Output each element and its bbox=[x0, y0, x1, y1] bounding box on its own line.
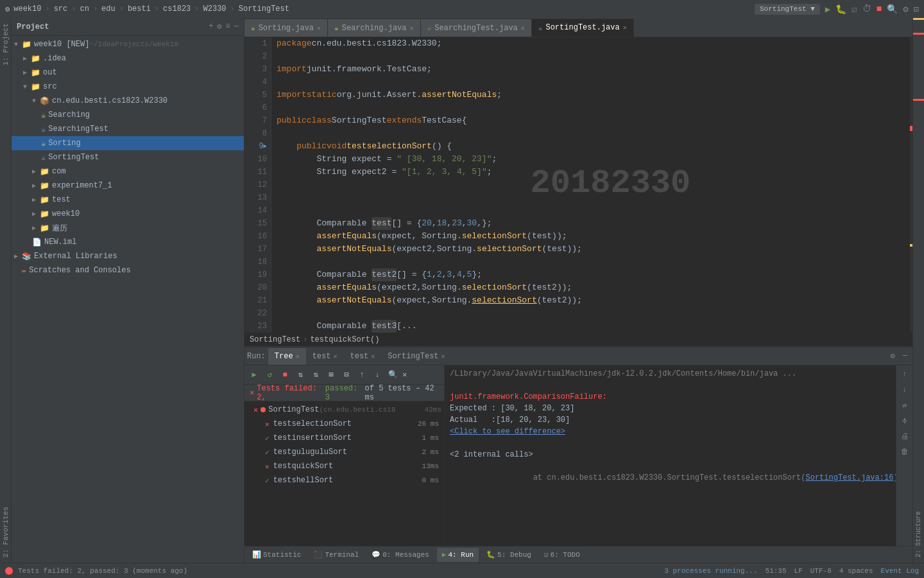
console-output[interactable]: /Library/Java/JavaVirtualMachines/jdk-12… bbox=[445, 365, 896, 546]
sort-duration-btn[interactable]: ⇅ bbox=[309, 368, 323, 382]
tree-item-package[interactable]: ▼ 📦 cn.edu.besti.cs1823.W2330 bbox=[12, 94, 244, 108]
test-class-sortingtest[interactable]: ✕ SortingTest (cn.edu.besti.cs18 42ms bbox=[244, 403, 444, 417]
coverage-button[interactable]: ☑ bbox=[851, 4, 857, 15]
tree-item-week10[interactable]: ▼ 📁 week10 [NEW] ~/IdeaProjects/week10 bbox=[12, 37, 244, 51]
tab-close-searchingtest[interactable]: ✕ bbox=[521, 24, 525, 32]
tool-statistic[interactable]: 📊 Statistic bbox=[247, 548, 306, 562]
run-config-selector[interactable]: SortingTest ▼ bbox=[755, 4, 820, 15]
code-line-11: String expect2 = "[1, 2, 3, 4, 5]"; bbox=[277, 166, 907, 179]
tool-run[interactable]: ▶ 4: Run bbox=[437, 548, 479, 562]
search-button[interactable]: 🔍 bbox=[887, 4, 898, 15]
tree-item-searching[interactable]: ☕ Searching bbox=[12, 108, 244, 122]
console-click-diff[interactable]: <Click to see difference> bbox=[450, 426, 891, 437]
tab-sortingtest-java[interactable]: ☕ SortingTest.java ✕ bbox=[532, 19, 634, 37]
structure-label[interactable]: 2: Structure bbox=[914, 506, 923, 563]
run-button[interactable]: ▶ bbox=[825, 4, 830, 15]
tree-item-week10-sub[interactable]: ▶ 📁 week10 bbox=[12, 207, 244, 221]
panel-up-btn[interactable]: ↑ bbox=[898, 368, 911, 381]
stop-btn[interactable]: ■ bbox=[278, 368, 292, 382]
tree-item-idea[interactable]: ▶ 📁 .idea bbox=[12, 51, 244, 66]
tab-sorting-java[interactable]: ☕ Sorting.java ✕ bbox=[244, 19, 328, 37]
tests-total-text: of 5 tests – 42 ms bbox=[365, 384, 439, 402]
panel-settings-btn[interactable]: ⚙ bbox=[888, 350, 898, 362]
event-log[interactable]: Event Log bbox=[881, 567, 919, 575]
tab-searchingtest-java[interactable]: ☕ SearchingTest.java ✕ bbox=[421, 19, 532, 37]
tab-test2-close[interactable]: ✕ bbox=[371, 353, 375, 360]
panel-diff-btn[interactable]: ≑ bbox=[898, 414, 911, 427]
tab-searching-java[interactable]: ☕ Searching.java ✕ bbox=[328, 19, 420, 37]
tab-close-sorting[interactable]: ✕ bbox=[317, 24, 321, 32]
stop-button[interactable]: ■ bbox=[877, 4, 882, 15]
tree-item-newiml[interactable]: 📄 NEW.iml bbox=[12, 235, 244, 249]
collapse-btn[interactable]: ⊟ bbox=[339, 368, 354, 382]
debug-button[interactable]: 🐛 bbox=[835, 4, 846, 15]
encoding[interactable]: UTF-8 bbox=[810, 567, 832, 575]
test-item-quickSort[interactable]: ✕ testquickSort 13ms bbox=[244, 459, 444, 473]
panel-down-btn[interactable]: ↓ bbox=[898, 383, 911, 396]
console-path-line: /Library/Java/JavaVirtualMachines/jdk-12… bbox=[450, 368, 891, 380]
settings-button[interactable]: ⚙ bbox=[903, 4, 908, 15]
test-item-shellSort[interactable]: ✓ testshellSort 0 ms bbox=[244, 473, 444, 487]
tree-item-com[interactable]: ▶ 📁 com bbox=[12, 164, 244, 179]
tree-item-exp71[interactable]: ▶ 📁 experiment7_1 bbox=[12, 179, 244, 193]
statistic-icon: 📊 bbox=[252, 550, 261, 559]
favorites-label[interactable]: 2: Favorites bbox=[1, 502, 11, 563]
rerun-failed-btn[interactable]: ↺ bbox=[262, 368, 277, 382]
rerun-btn[interactable]: ▶ bbox=[247, 368, 261, 382]
tree-item-sorting[interactable]: ☕ Sorting bbox=[12, 136, 244, 150]
fail-filter-btn[interactable]: ✕ bbox=[402, 370, 407, 380]
left-strip-label[interactable]: 1: Project bbox=[1, 18, 11, 71]
processes-running[interactable]: 3 processes running... bbox=[664, 567, 757, 575]
panel-header-controls: ⚙ — bbox=[888, 350, 910, 362]
test-item-guluguluSort[interactable]: ✓ testguluguluSort 2 ms bbox=[244, 445, 444, 459]
tree-item-sortingtest[interactable]: ☕ SortingTest bbox=[12, 150, 244, 164]
search-test-btn[interactable]: 🔍 bbox=[386, 368, 400, 382]
tree-item-luli[interactable]: ▶ 📁 遍历 bbox=[12, 221, 244, 235]
add-content-root-icon[interactable]: + bbox=[209, 22, 213, 31]
code-line-13 bbox=[277, 191, 907, 204]
gear-icon[interactable]: ⚙ bbox=[217, 22, 221, 31]
tool-debug[interactable]: 🐛 5: Debug bbox=[481, 548, 536, 562]
sort-alpha-btn[interactable]: ⇅ bbox=[293, 368, 307, 382]
profile-button[interactable]: ⏱ bbox=[862, 4, 871, 15]
panel-close-btn[interactable]: — bbox=[900, 350, 910, 362]
run-icon: ▶ bbox=[442, 550, 447, 559]
panel-clear-btn[interactable]: 🗑 bbox=[898, 445, 911, 458]
terminal-label: Terminal bbox=[325, 551, 359, 559]
test-item-insertionSort[interactable]: ✓ testinsertionSort 1 ms bbox=[244, 431, 444, 445]
tool-todo[interactable]: ☑ 6: TODO bbox=[539, 548, 585, 562]
tree-item-extlibs[interactable]: ▶ 📚 External Libraries bbox=[12, 249, 244, 263]
close-panel-icon[interactable]: — bbox=[234, 22, 239, 31]
tree-item-searchingtest[interactable]: ☕ SearchingTest bbox=[12, 122, 244, 136]
tab-sortingtest-run[interactable]: SortingTest ✕ bbox=[381, 348, 451, 365]
breadcrumb-method[interactable]: testquickSort() bbox=[310, 335, 379, 344]
tab-close-sortingtest[interactable]: ✕ bbox=[623, 24, 627, 31]
line-num-9: 9 ▶ bbox=[259, 140, 267, 153]
tab-tree-close[interactable]: ✕ bbox=[296, 353, 300, 360]
tab-test1[interactable]: test ✕ bbox=[306, 348, 344, 365]
tool-messages[interactable]: 💬 0: Messages bbox=[366, 548, 434, 562]
indent[interactable]: 4 spaces bbox=[839, 567, 873, 575]
line-ending[interactable]: LF bbox=[794, 567, 803, 575]
tab-close-searching[interactable]: ✕ bbox=[410, 24, 414, 32]
tab-test1-close[interactable]: ✕ bbox=[333, 353, 337, 360]
tree-item-src[interactable]: ▼ 📁 src bbox=[12, 80, 244, 94]
tree-item-test-folder[interactable]: ▶ 📁 test bbox=[12, 193, 244, 207]
maximize-button[interactable]: ⊡ bbox=[914, 4, 919, 15]
tool-terminal[interactable]: ⬛ Terminal bbox=[309, 548, 364, 562]
tree-item-scratches[interactable]: ▶ ✏ Scratches and Consoles bbox=[12, 263, 244, 277]
test-item-selectionSort[interactable]: ✕ testselectionSort 26 ms bbox=[244, 417, 444, 431]
panel-wrap-btn[interactable]: ⇌ bbox=[898, 399, 911, 412]
tree-item-out[interactable]: ▶ 📁 out bbox=[12, 66, 244, 80]
expand-btn[interactable]: ⊞ bbox=[324, 368, 338, 382]
scroll-down-btn[interactable]: ↓ bbox=[370, 368, 384, 382]
expand-all-icon[interactable]: ≡ bbox=[226, 22, 230, 31]
panel-print-btn[interactable]: 🖨 bbox=[898, 430, 911, 442]
test-name-guluguluSort: testguluguluSort bbox=[273, 448, 347, 457]
tab-tree[interactable]: Tree ✕ bbox=[268, 348, 306, 365]
code-content[interactable]: 20182330 package cn.edu.besti.cs1823.W23… bbox=[271, 37, 912, 333]
tab-test2[interactable]: test ✕ bbox=[344, 348, 382, 365]
scroll-up-btn[interactable]: ↑ bbox=[355, 368, 369, 382]
breadcrumb-class[interactable]: SortingTest bbox=[250, 335, 300, 344]
tab-sortingtest-run-close[interactable]: ✕ bbox=[441, 353, 445, 360]
